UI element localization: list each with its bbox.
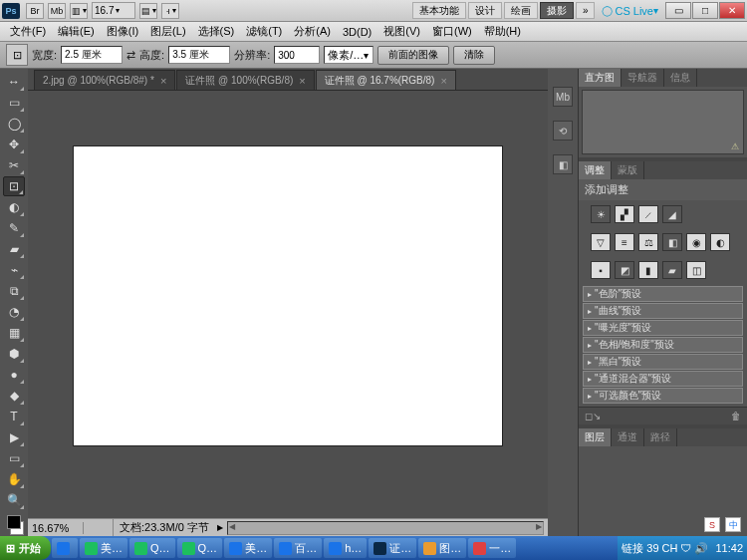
canvas[interactable] bbox=[74, 146, 502, 445]
clip-icon[interactable]: ◻↘ bbox=[585, 411, 601, 421]
start-button[interactable]: 开始 bbox=[0, 536, 51, 560]
hue-icon[interactable]: ≡ bbox=[615, 233, 634, 251]
close-button[interactable]: ✕ bbox=[719, 2, 745, 19]
layers-panel-body[interactable] bbox=[579, 446, 747, 513]
adjust-panel-icon[interactable]: ◧ bbox=[553, 154, 573, 174]
tray-clock[interactable]: 11:42 bbox=[715, 542, 743, 554]
clear-button[interactable]: 清除 bbox=[453, 46, 495, 65]
taskbar-item[interactable]: 一… bbox=[468, 538, 516, 558]
taskbar-item[interactable] bbox=[52, 538, 78, 558]
curves-icon[interactable]: ⟋ bbox=[638, 205, 658, 223]
tray-shield-icon[interactable]: 🛡 bbox=[680, 542, 691, 554]
horizontal-scrollbar[interactable] bbox=[227, 521, 544, 535]
document-tab[interactable]: 证件照 @ 100%(RGB/8)× bbox=[176, 70, 314, 90]
tool-0[interactable]: ↔ bbox=[3, 72, 25, 92]
tool-18[interactable]: ▭ bbox=[3, 448, 25, 468]
status-zoom[interactable]: 16.67% bbox=[28, 522, 84, 534]
tab-adjustments[interactable]: 调整 bbox=[579, 161, 612, 179]
minibridge-icon[interactable]: Mb bbox=[48, 3, 66, 19]
menu-item[interactable]: 帮助(H) bbox=[478, 22, 527, 41]
canvas-area[interactable] bbox=[28, 91, 548, 518]
menu-item[interactable]: 选择(S) bbox=[192, 22, 241, 41]
preset-item[interactable]: "曝光度"预设 bbox=[583, 320, 743, 336]
preset-item[interactable]: "可选颜色"预设 bbox=[583, 388, 743, 404]
vibrance-icon[interactable]: ▽ bbox=[591, 233, 611, 251]
workspace-design[interactable]: 设计 bbox=[468, 2, 502, 19]
photo-filter-icon[interactable]: ◉ bbox=[686, 233, 706, 251]
taskbar-item[interactable]: Q… bbox=[129, 538, 175, 558]
tool-8[interactable]: ▰ bbox=[3, 239, 25, 259]
badge-cn[interactable]: 中 bbox=[725, 517, 741, 532]
tab-info[interactable]: 信息 bbox=[664, 69, 697, 87]
foreground-color[interactable] bbox=[7, 515, 21, 529]
tab-layers[interactable]: 图层 bbox=[579, 428, 612, 446]
width-input[interactable]: 2.5 厘米 bbox=[61, 46, 123, 64]
tool-20[interactable]: 🔍 bbox=[3, 490, 25, 510]
selective-icon[interactable]: ◫ bbox=[686, 261, 706, 279]
front-image-button[interactable]: 前面的图像 bbox=[377, 46, 449, 65]
crop-tool-icon[interactable]: ⊡ bbox=[6, 44, 28, 66]
workspace-essentials[interactable]: 基本功能 bbox=[412, 2, 466, 19]
swap-icon[interactable]: ⇄ bbox=[126, 49, 135, 62]
tool-13[interactable]: ⬢ bbox=[3, 344, 25, 364]
tool-4[interactable]: ✂ bbox=[3, 155, 25, 175]
system-tray[interactable]: 链接 39 CH 🛡 🔊 11:42 bbox=[618, 536, 747, 560]
tool-9[interactable]: ⌁ bbox=[3, 260, 25, 280]
taskbar-item[interactable]: Q… bbox=[177, 538, 223, 558]
tool-3[interactable]: ✥ bbox=[3, 135, 25, 154]
tab-navigator[interactable]: 导航器 bbox=[622, 69, 664, 87]
tab-channels[interactable]: 通道 bbox=[612, 428, 644, 446]
close-tab-icon[interactable]: × bbox=[160, 75, 166, 87]
trash-icon[interactable]: 🗑 bbox=[731, 411, 741, 421]
history-panel-icon[interactable]: ⟲ bbox=[553, 121, 573, 140]
invert-icon[interactable]: ▪ bbox=[591, 261, 611, 279]
tool-19[interactable]: ✋ bbox=[3, 469, 25, 489]
preset-item[interactable]: "曲线"预设 bbox=[583, 303, 743, 319]
menu-item[interactable]: 视图(V) bbox=[377, 22, 426, 41]
posterize-icon[interactable]: ◩ bbox=[615, 261, 634, 279]
status-doc-info[interactable]: 文档:23.3M/0 字节 bbox=[114, 520, 215, 535]
menu-item[interactable]: 3D(D) bbox=[337, 24, 377, 40]
tab-masks[interactable]: 蒙版 bbox=[612, 161, 644, 179]
close-tab-icon[interactable]: × bbox=[299, 75, 305, 87]
preset-item[interactable]: "色阶"预设 bbox=[583, 286, 743, 302]
preset-item[interactable]: "黑白"预设 bbox=[583, 354, 743, 370]
menu-item[interactable]: 编辑(E) bbox=[52, 22, 101, 41]
badge-s[interactable]: S bbox=[704, 517, 720, 532]
gradient-map-icon[interactable]: ▰ bbox=[662, 261, 682, 279]
exposure-icon[interactable]: ◢ bbox=[662, 205, 682, 223]
taskbar-item[interactable]: 百… bbox=[274, 538, 322, 558]
preset-item[interactable]: "色相/饱和度"预设 bbox=[583, 337, 743, 353]
tool-2[interactable]: ◯ bbox=[3, 114, 25, 134]
tab-histogram[interactable]: 直方图 bbox=[579, 69, 622, 87]
balance-icon[interactable]: ⚖ bbox=[638, 233, 658, 251]
workspace-painting[interactable]: 绘画 bbox=[504, 2, 538, 19]
mixer-icon[interactable]: ◐ bbox=[710, 233, 730, 251]
tool-12[interactable]: ▦ bbox=[3, 323, 25, 343]
close-tab-icon[interactable]: × bbox=[440, 75, 446, 87]
tool-6[interactable]: ◐ bbox=[3, 197, 25, 217]
arrange-dropdown[interactable]: ⫞ bbox=[161, 3, 179, 19]
height-input[interactable]: 3.5 厘米 bbox=[168, 46, 230, 64]
preset-item[interactable]: "通道混合器"预设 bbox=[583, 371, 743, 387]
layout-dropdown[interactable]: ▥ bbox=[70, 3, 88, 19]
maximize-button[interactable]: □ bbox=[692, 2, 718, 19]
taskbar-item[interactable]: 美… bbox=[80, 538, 127, 558]
tool-7[interactable]: ✎ bbox=[3, 218, 25, 238]
tab-paths[interactable]: 路径 bbox=[644, 428, 677, 446]
threshold-icon[interactable]: ▮ bbox=[638, 261, 658, 279]
zoom-dropdown[interactable]: 16.7 bbox=[92, 2, 135, 19]
tool-15[interactable]: ◆ bbox=[3, 386, 25, 406]
menu-item[interactable]: 滤镜(T) bbox=[240, 22, 288, 41]
screen-mode-dropdown[interactable]: ▤ bbox=[139, 3, 157, 19]
menu-item[interactable]: 窗口(W) bbox=[426, 22, 478, 41]
menu-item[interactable]: 图层(L) bbox=[144, 22, 191, 41]
document-tab[interactable]: 证件照 @ 16.7%(RGB/8)× bbox=[316, 70, 456, 90]
minibridge-panel-icon[interactable]: Mb bbox=[553, 87, 573, 107]
cslive-button[interactable]: CS Live ▾ bbox=[602, 5, 658, 17]
workspace-photography[interactable]: 摄影 bbox=[540, 2, 574, 19]
menu-item[interactable]: 图像(I) bbox=[101, 22, 144, 41]
tool-14[interactable]: ● bbox=[3, 365, 25, 385]
levels-icon[interactable]: ▞ bbox=[615, 205, 634, 223]
tool-16[interactable]: T bbox=[3, 407, 25, 426]
